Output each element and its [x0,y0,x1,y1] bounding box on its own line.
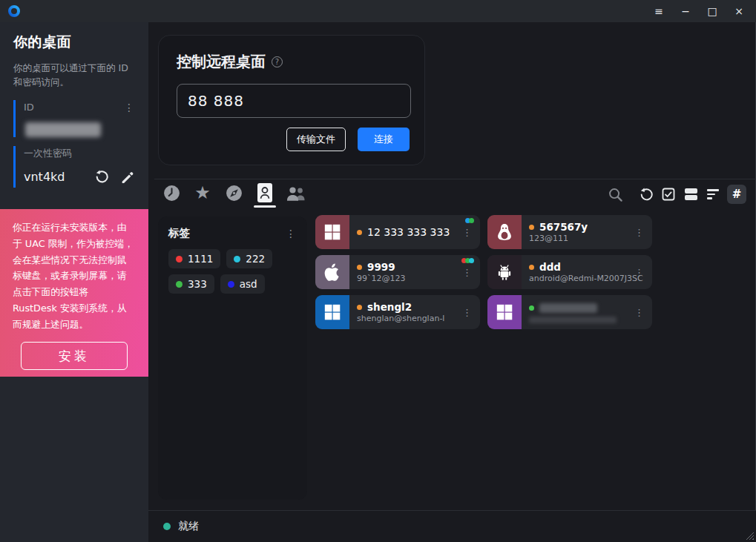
window-menu-button[interactable]: ≡ [649,2,668,20]
refresh-icon [95,170,109,184]
tag-chip[interactable]: 1111 [168,249,220,268]
tag-color-dot [176,256,183,262]
tag-color-dot [176,281,183,288]
id-menu-button[interactable]: ⋮ [124,102,135,113]
titlebar[interactable]: ≡ − □ × [0,0,756,22]
password-label: 一次性密码 [24,147,72,160]
refresh-icon [640,188,654,202]
peer-name: ddd [539,261,561,273]
group-icon [285,183,307,202]
minimize-button[interactable]: − [676,2,695,20]
install-button[interactable]: 安装 [21,342,128,370]
android-logo-icon [487,255,522,289]
active-tab-underline [254,205,276,208]
maximize-button[interactable]: □ [703,2,722,20]
cards-view-icon [685,188,697,200]
page-title: 你的桌面 [13,33,135,52]
peer-tabbar: ★ [162,183,306,208]
sidebar: 你的桌面 你的桌面可以通过下面的 ID 和密码访问。 ID ⋮ 一次性密码 vn… [0,22,148,542]
peer-menu-button[interactable]: ⋮ [631,265,647,280]
tab-address-book[interactable] [255,183,275,208]
cards-view-button[interactable] [683,185,699,204]
control-remote-title: 控制远程桌面 [177,52,266,72]
windows-logo-icon [315,215,349,249]
peer-tag-dots [463,258,474,263]
id-value-redacted [25,122,101,137]
help-icon[interactable]: ? [272,56,283,67]
peer-status-dot [357,305,362,310]
peer-name: 12 333 333 333 [367,226,450,238]
peer-username-redacted [529,317,617,323]
peer-menu-button[interactable]: ⋮ [459,225,475,239]
peer-card[interactable]: 12 333 333 333 ⋮ [315,215,480,249]
refresh-peers-button[interactable] [638,185,654,204]
peer-tag-dots [467,218,474,223]
peer-status-dot [529,305,534,311]
peer-menu-button[interactable]: ⋮ [631,225,647,239]
tab-discovered[interactable] [224,183,243,208]
main-area: 控制远程桌面 ? 传输文件 连接 ★ [148,22,756,542]
tag-chip-list: 1111 222 333 asd [168,249,297,294]
peer-menu-button[interactable]: ⋮ [459,265,475,280]
linux-logo-icon [487,215,522,249]
control-remote-card: 控制远程桌面 ? 传输文件 连接 [158,35,425,165]
transfer-file-button[interactable]: 传输文件 [286,128,346,151]
sidebar-subtitle: 你的桌面可以通过下面的 ID 和密码访问。 [13,61,135,90]
id-label: ID [24,102,34,113]
tab-favorites[interactable]: ★ [193,183,212,208]
password-section: 一次性密码 vnt4kd [13,146,135,188]
select-peers-button[interactable] [660,185,677,204]
peer-status-dot [357,230,362,235]
peer-name-redacted [539,303,597,313]
peer-name: shengl2 [367,301,412,313]
sort-icon [707,189,719,199]
tag-label: 1111 [188,253,213,265]
apple-logo-icon [315,255,349,289]
tag-color-dot [234,256,240,262]
peer-menu-button[interactable]: ⋮ [631,305,647,320]
address-book-icon [257,183,273,202]
rustdesk-logo-icon [7,4,21,18]
tag-chip[interactable]: asd [220,274,265,294]
peer-card[interactable]: 9999 99`12@123 ⋮ [315,255,480,289]
id-section: ID ⋮ [13,100,135,137]
windows-logo-icon [315,295,349,329]
tags-panel: 标签 ⋮ 1111 222 333 asd [158,217,307,500]
close-button[interactable]: × [729,2,749,20]
peer-card[interactable]: ⋮ [487,295,652,329]
tabbar-divider [154,179,756,179]
install-notice-text: 你正在运行未安装版本，由于 UAC 限制，作为被控端，会在某些情况下无法控制鼠标… [13,219,136,332]
sort-button[interactable] [705,185,721,204]
peer-status-dot [529,225,534,230]
tab-recent-sessions[interactable] [162,183,181,208]
edit-password-button[interactable] [119,169,135,185]
peer-card[interactable]: 567567y 123@111 ⋮ [487,215,652,249]
tag-label: 222 [246,253,265,265]
peer-name: 9999 [367,261,395,273]
peer-card[interactable]: shengl2 shenglan@shenglan-l ⋮ [315,295,480,329]
peer-menu-button[interactable]: ⋮ [459,305,475,320]
tag-chip[interactable]: 222 [226,249,272,268]
rustdesk-window: ≡ − □ × 你的桌面 你的桌面可以通过下面的 ID 和密码访问。 ID ⋮ … [0,0,756,542]
tag-label: asd [240,278,257,290]
compass-icon [225,183,243,202]
tags-menu-button[interactable]: ⋮ [286,228,297,239]
search-icon [608,187,623,202]
tag-color-dot [228,281,234,288]
clock-icon [162,183,181,202]
tab-groups[interactable] [286,183,306,208]
star-icon: ★ [194,183,211,202]
remote-id-input[interactable] [177,84,411,118]
connection-status-dot [163,523,171,530]
peer-status-dot [529,265,534,270]
peer-card[interactable]: ddd android@Redmi-M2007J3SC ⋮ [487,255,652,289]
refresh-password-button[interactable] [93,169,110,185]
pencil-icon [120,171,134,184]
grid-view-button[interactable]: # [727,185,746,204]
connection-status-text: 就绪 [178,520,199,533]
install-notice: 你正在运行未安装版本，由于 UAC 限制，作为被控端，会在某些情况下无法控制鼠标… [0,209,148,377]
search-button[interactable] [607,185,623,204]
connect-button[interactable]: 连接 [358,128,410,151]
tag-label: 333 [188,278,207,290]
tag-chip[interactable]: 333 [168,274,214,294]
